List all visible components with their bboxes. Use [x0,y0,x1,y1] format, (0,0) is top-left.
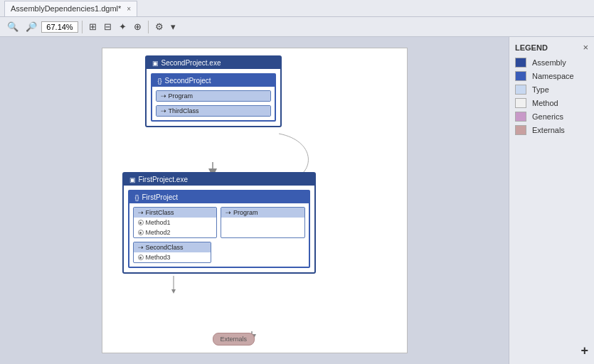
method3-item: Method3 [134,252,211,262]
namespace-icon: {} [158,77,162,85]
more-layout-button[interactable]: ⊕ [131,19,144,35]
legend-close-button[interactable]: × [583,43,588,52]
first-project-program-label: Program [233,209,258,216]
legend-label-externals: Externals [532,126,565,134]
second-project-thirdclass: ⇢ ThirdClass [156,105,271,117]
method3-dot [138,255,144,260]
toolbar: 🔍 🔎 ⊞ ⊟ ✦ ⊕ ⚙ ▾ [0,17,594,37]
namespace-icon-2: {} [135,194,139,201]
first-class-box: ⇢ FirstClass Method1 Method2 [133,207,218,238]
legend-item-namespace: Namespace [515,71,588,81]
diagram-canvas: ▣ SecondProject.exe {} SecondProject ⇢ P… [102,48,408,353]
second-project-namespace-title: SecondProject [165,77,211,85]
externals-box: Externals [213,333,255,346]
first-project-namespace-header: {} FirstProject [129,191,309,203]
second-project-thirdclass-label: ThirdClass [169,107,199,114]
settings-button[interactable]: ⚙ [152,19,166,35]
group-button[interactable]: ⊟ [101,19,115,35]
method1-label: Method1 [146,219,171,226]
assembly-icon: ▣ [152,60,159,67]
class-icon-5: ⇢ [138,244,144,251]
legend-color-namespace [515,71,526,81]
method1-item: Method1 [134,218,217,228]
second-project-exe-header: ▣ SecondProject.exe [147,57,280,69]
legend-item-externals: Externals [515,125,588,135]
legend-color-method [515,98,526,108]
canvas-area[interactable]: ▣ SecondProject.exe {} SecondProject ⇢ P… [0,37,509,364]
first-project-exe-title: FirstProject.exe [139,176,188,183]
legend-panel: LEGEND × Assembly Namespace Type Method … [509,37,594,364]
separator-2 [148,21,149,33]
externals-label: Externals [221,336,248,343]
second-project-exe-title: SecondProject.exe [161,59,221,67]
separator-1 [82,21,83,33]
class-icon-4: ⇢ [226,209,231,216]
zoom-out-button[interactable]: 🔎 [23,19,40,35]
legend-label-method: Method [532,99,558,107]
class-icon-1: ⇢ [161,92,166,100]
class-icon-3: ⇢ [138,209,144,216]
legend-item-method: Method [515,98,588,108]
second-project-namespace-box: {} SecondProject ⇢ Program ⇢ [151,73,276,122]
first-project-namespace-box: {} FirstProject ⇢ FirstClass [128,190,310,268]
legend-header: LEGEND × [515,43,588,52]
class-icon-2: ⇢ [161,107,166,114]
method2-label: Method2 [146,229,171,236]
method1-dot [138,220,144,225]
method2-dot [138,230,144,235]
second-project-program-label: Program [169,92,193,100]
legend-add-button[interactable]: + [580,343,588,358]
dropdown-button[interactable]: ▾ [168,19,179,35]
second-project-thirdclass-header: ⇢ ThirdClass [157,106,270,116]
legend-label-assembly: Assembly [532,58,566,67]
method3-label: Method3 [146,254,171,261]
legend-label-type: Type [532,85,549,94]
legend-label-generics: Generics [532,112,563,121]
first-project-classes-row: ⇢ FirstClass Method1 Method2 [133,207,305,238]
tab-label: AssemblyDependencies1.dgml* [11,4,121,13]
legend-title: LEGEND [515,43,548,52]
second-class-box: ⇢ SecondClass Method3 [133,242,211,263]
layout-button[interactable]: ⊞ [86,19,100,35]
second-project-exe-box: ▣ SecondProject.exe {} SecondProject ⇢ P… [145,55,282,127]
first-project-exe-header: ▣ FirstProject.exe [124,173,314,186]
zoom-input[interactable] [41,21,78,33]
legend-color-generics [515,112,526,122]
first-project-program-class: ⇢ Program [221,207,305,238]
second-class-header: ⇢ SecondClass [134,242,211,252]
ungroup-button[interactable]: ✦ [116,19,129,35]
title-tab[interactable]: AssemblyDependencies1.dgml* × [4,1,137,16]
first-project-namespace-title: FirstProject [142,193,179,201]
zoom-in-button[interactable]: 🔍 [4,19,21,35]
second-project-program-class: ⇢ Program [156,90,271,102]
legend-item-type: Type [515,85,588,95]
main-area: ▣ SecondProject.exe {} SecondProject ⇢ P… [0,37,594,364]
first-class-header: ⇢ FirstClass [134,208,217,218]
second-project-program-header: ⇢ Program [157,91,270,101]
assembly-icon-2: ▣ [129,176,136,183]
legend-item-generics: Generics [515,112,588,122]
tab-close-button[interactable]: × [127,5,131,13]
first-class-label: FirstClass [146,209,174,216]
legend-label-namespace: Namespace [532,72,574,80]
method2-item: Method2 [134,228,217,237]
legend-color-externals [515,125,526,135]
second-class-label: SecondClass [146,244,184,251]
second-project-namespace-header: {} SecondProject [152,75,275,87]
legend-color-type [515,85,526,95]
legend-color-assembly [515,58,526,68]
first-project-program-header: ⇢ Program [221,208,304,218]
title-bar: AssemblyDependencies1.dgml* × [0,0,594,17]
first-project-exe-box: ▣ FirstProject.exe {} FirstProject ⇢ [122,172,316,274]
legend-item-assembly: Assembly [515,58,588,68]
